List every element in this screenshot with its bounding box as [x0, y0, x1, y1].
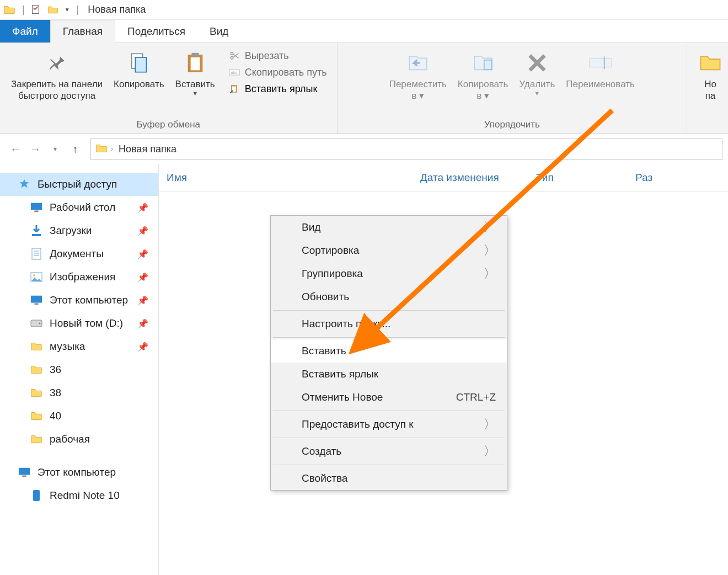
svg-rect-15 [31, 203, 42, 210]
tab-view[interactable]: Вид [197, 20, 240, 42]
context-menu-item-label: Отменить Новое [302, 391, 383, 403]
folder-icon [30, 340, 43, 353]
column-name[interactable]: Имя ˄ [159, 164, 413, 191]
sidebar-item-drive-d[interactable]: Новый том (D:) 📌 [0, 312, 158, 335]
svg-rect-18 [32, 248, 41, 259]
sidebar-quick-access[interactable]: Быстрый доступ [0, 173, 158, 196]
pictures-icon [30, 270, 43, 284]
folder-icon [3, 4, 15, 16]
svg-point-27 [39, 323, 41, 324]
sidebar-item-music[interactable]: музыка 📌 [0, 335, 158, 358]
svg-point-7 [231, 57, 233, 60]
context-menu-item[interactable]: Настроить папку... [271, 312, 507, 336]
sidebar-item-label: Изображения [50, 271, 115, 283]
svg-rect-28 [19, 468, 30, 475]
copy-to-button[interactable]: Копировать в ▾ [452, 47, 514, 102]
sidebar-item-desktop[interactable]: Рабочий стол 📌 [0, 196, 158, 219]
new-folder-button[interactable]: Но па [693, 47, 728, 102]
paste-button[interactable]: Вставить ▼ [170, 47, 221, 97]
delete-icon [525, 51, 549, 75]
address-bar[interactable]: › Новая папка [90, 138, 722, 160]
context-menu-item-label: Свойства [302, 472, 347, 485]
tab-share[interactable]: Поделиться [115, 20, 197, 42]
window-title: Новая папка [88, 4, 146, 15]
sidebar-item-documents[interactable]: Документы 📌 [0, 242, 158, 265]
tab-file[interactable]: Файл [0, 20, 50, 42]
context-menu: Вид〉Сортировка〉Группировка〉ОбновитьНастр… [270, 215, 507, 491]
pin-icon: 📌 [137, 272, 148, 283]
sidebar-item-downloads[interactable]: Загрузки 📌 [0, 219, 158, 242]
qat-folder-icon[interactable] [47, 4, 59, 16]
column-date[interactable]: Дата изменения [413, 164, 528, 191]
column-size[interactable]: Раз [628, 164, 728, 191]
sidebar-item-work[interactable]: рабочая [0, 428, 158, 451]
back-button[interactable]: ← [6, 139, 25, 159]
sidebar-this-pc[interactable]: Этот компьютер [0, 461, 158, 484]
context-menu-item[interactable]: Свойства [271, 467, 507, 490]
context-menu-item-label: Предоставить доступ к [302, 418, 414, 430]
cut-button[interactable]: Вырезать [224, 47, 331, 64]
sidebar-item-38[interactable]: 38 [0, 381, 158, 404]
folder-icon [30, 386, 43, 400]
sidebar-item-label: Документы [50, 248, 104, 260]
rename-button[interactable]: Переименовать [560, 47, 640, 90]
sidebar-item-36[interactable]: 36 [0, 358, 158, 381]
copy-to-icon [471, 51, 495, 75]
paste-shortcut-label: Вставить ярлык [245, 83, 318, 95]
sidebar-item-label: Новый том (D:) [50, 317, 123, 329]
context-menu-item[interactable]: Группировка〉 [271, 262, 507, 285]
context-menu-item[interactable]: Вставить ярлык [271, 363, 507, 386]
svg-rect-25 [34, 304, 38, 305]
context-menu-item-label: Вставить ярлык [302, 368, 378, 380]
pin-icon: 📌 [137, 203, 148, 213]
recent-locations-button[interactable]: ▾ [45, 139, 65, 159]
chevron-right-icon: 〉 [484, 416, 496, 433]
forward-button[interactable]: → [25, 139, 45, 159]
context-menu-separator [273, 310, 505, 311]
paste-shortcut-button[interactable]: Вставить ярлык [224, 81, 331, 97]
context-menu-item-label: Настроить папку... [302, 318, 390, 330]
context-menu-item[interactable]: Отменить НовоеCTRL+Z [271, 386, 507, 409]
chevron-right-icon: 〉 [484, 219, 496, 236]
copy-button[interactable]: Копировать [108, 47, 170, 90]
folder-icon [95, 142, 109, 156]
pin-icon: 📌 [137, 226, 148, 236]
sidebar-item-phone[interactable]: Redmi Note 10 [0, 484, 158, 507]
group-label-clipboard: Буфер обмена [6, 117, 331, 132]
chevron-down-icon: ▼ [192, 90, 198, 97]
context-menu-item[interactable]: Вид〉 [271, 216, 507, 239]
svg-rect-30 [33, 490, 40, 501]
move-to-icon [406, 51, 430, 75]
ribbon: Закрепить на панели быстрого доступа Коп… [0, 43, 728, 134]
delete-button[interactable]: Удалить ▼ [513, 47, 560, 97]
chevron-right-icon[interactable]: › [111, 145, 113, 153]
chevron-right-icon: 〉 [484, 443, 496, 460]
chevron-down-icon: ▼ [534, 90, 540, 97]
sidebar-item-thispc[interactable]: Этот компьютер 📌 [0, 289, 158, 312]
up-button[interactable]: ↑ [65, 139, 85, 159]
context-menu-item[interactable]: Сортировка〉 [271, 239, 507, 262]
column-headers: Имя ˄ Дата изменения Тип Раз [159, 164, 728, 191]
sidebar-item-label: музыка [50, 340, 85, 353]
sidebar-item-label: рабочая [50, 433, 90, 445]
sidebar-item-40[interactable]: 40 [0, 404, 158, 428]
move-to-button[interactable]: Переместить в ▾ [384, 47, 452, 102]
context-menu-item[interactable]: Создать〉 [271, 440, 507, 463]
documents-icon [30, 247, 43, 260]
context-menu-item[interactable]: Обновить [271, 285, 507, 308]
group-label-organize: Упорядочить [343, 117, 681, 132]
pin-icon: 📌 [137, 342, 148, 352]
context-menu-item[interactable]: Предоставить доступ к〉 [271, 413, 507, 436]
copy-path-button[interactable]: abc Скопировать путь [224, 64, 331, 81]
pin-to-quick-access-button[interactable]: Закрепить на панели быстрого доступа [6, 47, 108, 102]
ribbon-tabs: Файл Главная Поделиться Вид [0, 20, 728, 43]
column-type[interactable]: Тип [528, 164, 628, 191]
context-menu-item[interactable]: Вставить [271, 339, 507, 363]
qat-properties-icon[interactable] [30, 4, 42, 16]
tab-home[interactable]: Главная [50, 20, 115, 43]
breadcrumb-current[interactable]: Новая папка [119, 143, 176, 155]
svg-rect-13 [589, 58, 611, 67]
sidebar-item-pictures[interactable]: Изображения 📌 [0, 265, 158, 289]
qat-dropdown-icon[interactable]: ▼ [65, 7, 70, 13]
context-menu-separator [273, 411, 505, 411]
